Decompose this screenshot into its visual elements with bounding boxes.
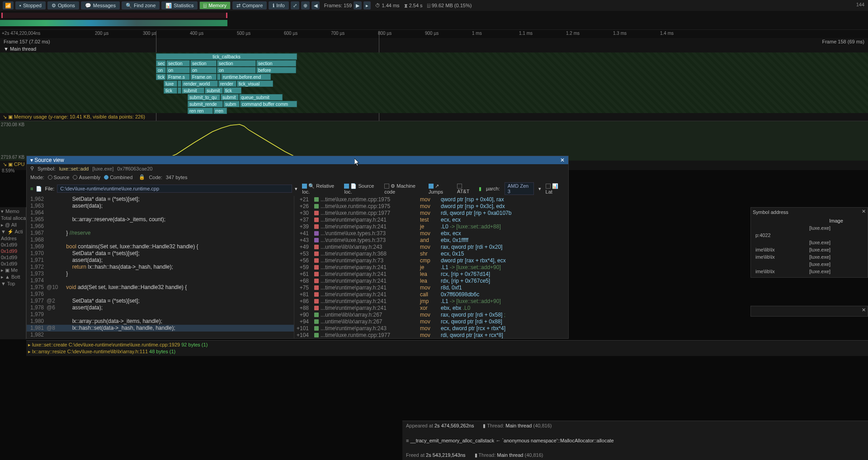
zone[interactable]: ren ren	[188, 108, 213, 114]
wifi-icon[interactable]: 📶	[3, 1, 14, 9]
source-line[interactable]: 1,982	[27, 332, 294, 338]
list-item[interactable]: 0x1d99	[1, 248, 25, 254]
asm-line[interactable]: +101...time\runtime\parray.h:243movecx, …	[294, 325, 568, 332]
source-line[interactable]: 1,964	[27, 209, 294, 216]
zone[interactable]: luxe	[164, 81, 177, 87]
table-row[interactable]: ime\lib\lx[luxe.exe]	[754, 247, 865, 253]
source-line[interactable]: 1,980 lx::array::push(data->_items, hand…	[27, 318, 294, 325]
uarch-select[interactable]: AMD Zen 3	[505, 182, 534, 195]
zone[interactable]: submit_to_qu	[188, 94, 220, 100]
zone-timeline[interactable]: tick_callbacks secsectionsectionsections…	[0, 52, 868, 113]
list-item[interactable]: 0x1d99	[1, 254, 25, 261]
list-item[interactable]: Addres	[1, 235, 25, 242]
table-row[interactable]: p:4022	[754, 232, 865, 238]
zone[interactable]: submit	[182, 87, 204, 94]
latency-checkbox[interactable]: 📊 Lat	[546, 183, 565, 194]
zone[interactable]: submit_rende	[188, 101, 223, 107]
list-item[interactable]: 0x1d99	[1, 261, 25, 267]
expand-icon[interactable]: ▾	[1, 209, 4, 214]
asm-line[interactable]: +26...time\luxe.runtime.cpp:1975movdword…	[294, 203, 568, 209]
file-dropdown-icon[interactable]: ▾	[295, 186, 297, 192]
list-item[interactable]: ▼ Top	[1, 280, 25, 287]
assembly-pane[interactable]: +21...time\luxe.runtime.cpp:1975movqword…	[294, 196, 568, 338]
source-line[interactable]: 1,970 SetData* data = (*sets)[set];	[27, 250, 294, 257]
zone[interactable]: on	[190, 67, 217, 73]
zone[interactable]: rren	[213, 108, 227, 114]
close-icon[interactable]: ✕	[560, 157, 565, 163]
zone[interactable]: on	[217, 67, 256, 73]
list-item[interactable]: ▼ ⚡ Acti	[1, 228, 25, 235]
asm-line[interactable]: +75...time\runtime\parray.h:241movr8d, 0…	[294, 284, 568, 291]
source-line[interactable]: 1,978@6 assert(data);	[27, 304, 294, 311]
table-row[interactable]: [luxe.exe]	[754, 225, 865, 231]
source-line[interactable]: 1,973 }	[27, 270, 294, 277]
zone[interactable]: section	[190, 60, 217, 66]
table-row[interactable]: ime\lib\lx[luxe.exe]	[754, 254, 865, 260]
zone[interactable]: Frame.on	[190, 74, 217, 80]
source-line[interactable]: 1,963 assert(data);	[27, 203, 294, 209]
close-icon[interactable]: ✕	[862, 307, 866, 313]
zone[interactable]	[217, 74, 221, 80]
asm-line[interactable]: +39...time\runtime\parray.h:241je.L0 -> …	[294, 223, 568, 230]
callstack-row[interactable]: ▸ lx::array::resize C:\dev\luxe-runtime\…	[28, 348, 866, 355]
list-icon[interactable]: ≡	[30, 186, 33, 191]
memory-usage-header[interactable]: ↘ ▣ Memory usage (y-range: 10.41 KB, vis…	[0, 113, 868, 121]
asm-line[interactable]: +21...time\luxe.runtime.cpp:1975movqword…	[294, 196, 568, 203]
memory-plot[interactable]: 2730.08 KB 2719.67 KB	[0, 121, 868, 161]
source-line[interactable]: 1,974	[27, 277, 294, 284]
table-row[interactable]: [luxe.exe]	[754, 261, 865, 267]
source-line[interactable]: 1,962 SetData* data = (*sets)[set];	[27, 196, 294, 203]
messages-button[interactable]: 💬 Messages	[81, 1, 120, 9]
list-item[interactable]: 0x1d99	[1, 242, 25, 248]
zoom-out-icon[interactable]: ⤢	[291, 1, 299, 9]
asm-line[interactable]: +68...time\runtime\parray.h:241leardx, […	[294, 277, 568, 284]
list-item[interactable]: ▸ @ All	[1, 222, 25, 228]
machine-code-checkbox[interactable]: ⚙ Machine code	[384, 183, 424, 194]
minimap-selection[interactable]	[1, 13, 227, 18]
relative-loc-checkbox[interactable]: 🔍 Relative loc.	[302, 183, 340, 194]
zone[interactable]: tick	[164, 87, 177, 94]
zone[interactable]: on	[156, 67, 166, 73]
zoom-fit-icon[interactable]: ⊕	[301, 1, 310, 9]
zone[interactable]: command buffer comm	[240, 101, 297, 107]
options-button[interactable]: ⚙ Options	[47, 1, 79, 9]
asm-line[interactable]: +81...time\runtime\parray.h:241call0x7ff…	[294, 291, 568, 298]
asm-line[interactable]: +94...untime\lib\lx\array.h:267movrcx, q…	[294, 318, 568, 325]
zone[interactable]: before	[256, 67, 296, 73]
source-line[interactable]: 1,975@10 void add(Set set, luxe::handle:…	[27, 284, 294, 291]
zone[interactable]: tick_visual	[237, 81, 273, 87]
statistics-button[interactable]: 📊 Statistics	[161, 1, 198, 9]
source-line[interactable]: 1,968	[27, 237, 294, 243]
source-line[interactable]: 1,967 } //reserve	[27, 230, 294, 237]
asm-line[interactable]: +59...time\runtime\parray.h:241je.L1 -> …	[294, 264, 568, 270]
asm-line[interactable]: +88...time\runtime\parray.h:241xorebx, e…	[294, 304, 568, 311]
source-line[interactable]: 1,976	[27, 291, 294, 298]
info-button[interactable]: ℹ Info	[269, 1, 288, 9]
asm-line[interactable]: +53...time\runtime\parray.h:368shrecx, 0…	[294, 250, 568, 257]
source-line[interactable]: 1,965 lx::array::reserve(data->_items, c…	[27, 216, 294, 223]
compare-button[interactable]: ⇄ Compare	[232, 1, 267, 9]
mode-source-radio[interactable]: Source	[48, 175, 70, 180]
table-row[interactable]: ime\lib\lx[luxe.exe]	[754, 268, 865, 275]
source-view-titlebar[interactable]: ▾ Source view ✕	[27, 156, 568, 164]
asm-line[interactable]: +49...untime\lib\lx\array.h:243movrax, q…	[294, 243, 568, 250]
frame-play-icon[interactable]: ▸	[363, 1, 371, 9]
source-line[interactable]: 1,977@2 SetData* data = (*sets)[set];	[27, 298, 294, 304]
zone[interactable]: sec	[156, 60, 166, 66]
find-zone-button[interactable]: 🔍 Find zone	[122, 1, 160, 9]
source-line[interactable]: 1,966	[27, 223, 294, 230]
zone[interactable]	[178, 87, 181, 94]
source-line[interactable]: 1,971 assert(data);	[27, 257, 294, 264]
time-ruler[interactable]: +2s 474,220,004ns 200 µs 300 µs 400 µs 5…	[0, 30, 868, 38]
source-line[interactable]: 1,981@8 lx::hash::set(data->_hash, handl…	[27, 325, 294, 332]
frame-minimap[interactable]	[0, 11, 868, 30]
zone[interactable]: Frame.s	[166, 74, 190, 80]
asm-line[interactable]: +61...time\runtime\parray.h:241learcx, […	[294, 270, 568, 277]
asm-line[interactable]: +104...time\luxe.runtime.cpp:1977movrdi,…	[294, 332, 568, 338]
asm-line[interactable]: +86...time\runtime\parray.h:241jmp.L1 ->…	[294, 298, 568, 304]
zone[interactable]: submit	[221, 94, 239, 100]
symbol-name[interactable]: luxe::set::add	[59, 166, 89, 171]
zone[interactable]: section	[166, 60, 190, 66]
asm-line[interactable]: +30...time\luxe.runtime.cpp:1977movrdi, …	[294, 209, 568, 216]
zone[interactable]: queue_submit	[239, 94, 283, 100]
